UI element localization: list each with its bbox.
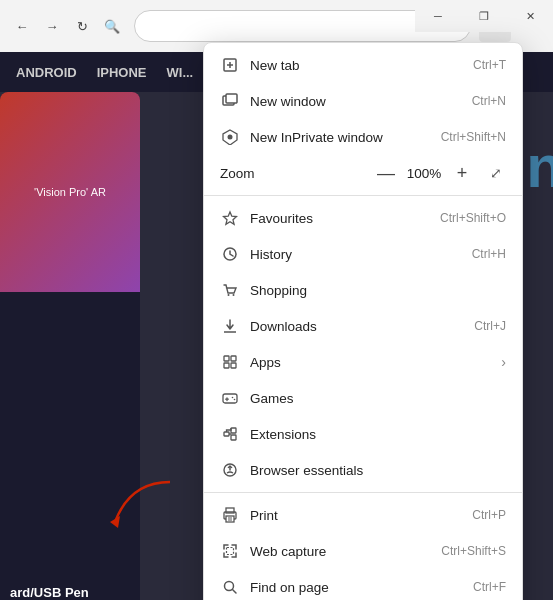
zoom-value: 100% bbox=[406, 166, 442, 181]
article-card: 'Vision Pro' AR bbox=[0, 92, 140, 600]
apps-arrow: › bbox=[501, 354, 506, 370]
svg-rect-28 bbox=[227, 548, 234, 555]
new-tab-shortcut: Ctrl+T bbox=[473, 58, 506, 72]
back-button[interactable]: ← bbox=[8, 12, 36, 40]
favourites-label: Favourites bbox=[250, 211, 432, 226]
shopping-label: Shopping bbox=[250, 283, 506, 298]
favourites-icon bbox=[220, 208, 240, 228]
menu-item-apps[interactable]: Apps › bbox=[204, 344, 522, 380]
browser-essentials-label: Browser essentials bbox=[250, 463, 506, 478]
new-tab-icon bbox=[220, 55, 240, 75]
zoom-controls: — 100% + ⤢ bbox=[374, 161, 506, 185]
close-button[interactable]: ✕ bbox=[507, 0, 553, 32]
new-tab-label: New tab bbox=[250, 58, 465, 73]
svg-point-18 bbox=[234, 399, 236, 401]
new-window-label: New window bbox=[250, 94, 464, 109]
find-on-page-label: Find on page bbox=[250, 580, 465, 595]
new-window-icon bbox=[220, 91, 240, 111]
zoom-label: Zoom bbox=[220, 166, 374, 181]
svg-point-7 bbox=[228, 294, 230, 296]
menu-item-new-window[interactable]: New window Ctrl+N bbox=[204, 83, 522, 119]
zoom-minus-button[interactable]: — bbox=[374, 161, 398, 185]
apps-icon bbox=[220, 352, 240, 372]
forward-button[interactable]: → bbox=[38, 12, 66, 40]
svg-rect-25 bbox=[226, 516, 234, 522]
extensions-icon bbox=[220, 424, 240, 444]
nav-iphone[interactable]: IPHONE bbox=[97, 65, 147, 80]
games-label: Games bbox=[250, 391, 506, 406]
downloads-shortcut: Ctrl+J bbox=[474, 319, 506, 333]
menu-item-history[interactable]: History Ctrl+H bbox=[204, 236, 522, 272]
find-on-page-icon bbox=[220, 577, 240, 597]
svg-rect-4 bbox=[226, 94, 237, 103]
history-label: History bbox=[250, 247, 464, 262]
nav-android[interactable]: ANDROID bbox=[16, 65, 77, 80]
svg-rect-21 bbox=[231, 435, 236, 440]
inprivate-shortcut: Ctrl+Shift+N bbox=[441, 130, 506, 144]
zoom-plus-button[interactable]: + bbox=[450, 161, 474, 185]
divider-1 bbox=[204, 492, 522, 493]
refresh-button[interactable]: ↻ bbox=[68, 12, 96, 40]
side-text: ard/USB Pen bbox=[10, 585, 89, 600]
menu-item-shopping[interactable]: Shopping bbox=[204, 272, 522, 308]
card-image: 'Vision Pro' AR bbox=[0, 92, 140, 292]
browser-essentials-icon bbox=[220, 460, 240, 480]
zoom-expand-icon[interactable]: ⤢ bbox=[486, 163, 506, 183]
menu-item-print[interactable]: Print Ctrl+P bbox=[204, 497, 522, 533]
nav-wi[interactable]: WI... bbox=[167, 65, 194, 80]
inprivate-icon bbox=[220, 127, 240, 147]
nav-icons: ← → ↻ 🔍 bbox=[8, 12, 126, 40]
svg-point-5 bbox=[228, 135, 233, 140]
svg-rect-19 bbox=[224, 432, 229, 436]
downloads-icon bbox=[220, 316, 240, 336]
svg-rect-12 bbox=[224, 363, 229, 368]
svg-rect-10 bbox=[224, 356, 229, 361]
card-image-text: 'Vision Pro' AR bbox=[30, 182, 110, 202]
menu-item-favourites[interactable]: Favourites Ctrl+Shift+O bbox=[204, 200, 522, 236]
svg-point-17 bbox=[232, 397, 234, 399]
divider-after-zoom bbox=[204, 195, 522, 196]
menu-item-new-tab[interactable]: New tab Ctrl+T bbox=[204, 47, 522, 83]
menu-item-downloads[interactable]: Downloads Ctrl+J bbox=[204, 308, 522, 344]
print-icon bbox=[220, 505, 240, 525]
menu-item-games[interactable]: Games bbox=[204, 380, 522, 416]
window-controls: ─ ❐ ✕ bbox=[415, 0, 553, 32]
menu-item-extensions[interactable]: Extensions bbox=[204, 416, 522, 452]
games-icon bbox=[220, 388, 240, 408]
web-capture-icon bbox=[220, 541, 240, 561]
find-on-page-shortcut: Ctrl+F bbox=[473, 580, 506, 594]
history-icon bbox=[220, 244, 240, 264]
downloads-label: Downloads bbox=[250, 319, 466, 334]
web-capture-shortcut: Ctrl+Shift+S bbox=[441, 544, 506, 558]
svg-rect-14 bbox=[223, 394, 237, 403]
new-window-shortcut: Ctrl+N bbox=[472, 94, 506, 108]
menu-item-find-on-page[interactable]: Find on page Ctrl+F bbox=[204, 569, 522, 600]
svg-rect-11 bbox=[231, 356, 236, 361]
apps-label: Apps bbox=[250, 355, 497, 370]
favourites-shortcut: Ctrl+Shift+O bbox=[440, 211, 506, 225]
history-shortcut: Ctrl+H bbox=[472, 247, 506, 261]
minimize-button[interactable]: ─ bbox=[415, 0, 461, 32]
menu-item-browser-essentials[interactable]: Browser essentials bbox=[204, 452, 522, 488]
svg-rect-13 bbox=[231, 363, 236, 368]
extensions-label: Extensions bbox=[250, 427, 506, 442]
svg-point-8 bbox=[233, 294, 235, 296]
print-label: Print bbox=[250, 508, 464, 523]
web-capture-label: Web capture bbox=[250, 544, 433, 559]
restore-button[interactable]: ❐ bbox=[461, 0, 507, 32]
shopping-icon bbox=[220, 280, 240, 300]
svg-line-30 bbox=[233, 590, 237, 594]
menu-item-inprivate[interactable]: New InPrivate window Ctrl+Shift+N bbox=[204, 119, 522, 155]
print-shortcut: Ctrl+P bbox=[472, 508, 506, 522]
zoom-row: Zoom — 100% + ⤢ bbox=[204, 155, 522, 191]
svg-rect-20 bbox=[231, 428, 236, 433]
search-icon: 🔍 bbox=[98, 12, 126, 40]
dropdown-menu: New tab Ctrl+T New window Ctrl+N New InP… bbox=[203, 42, 523, 600]
inprivate-label: New InPrivate window bbox=[250, 130, 433, 145]
menu-item-web-capture[interactable]: Web capture Ctrl+Shift+S bbox=[204, 533, 522, 569]
